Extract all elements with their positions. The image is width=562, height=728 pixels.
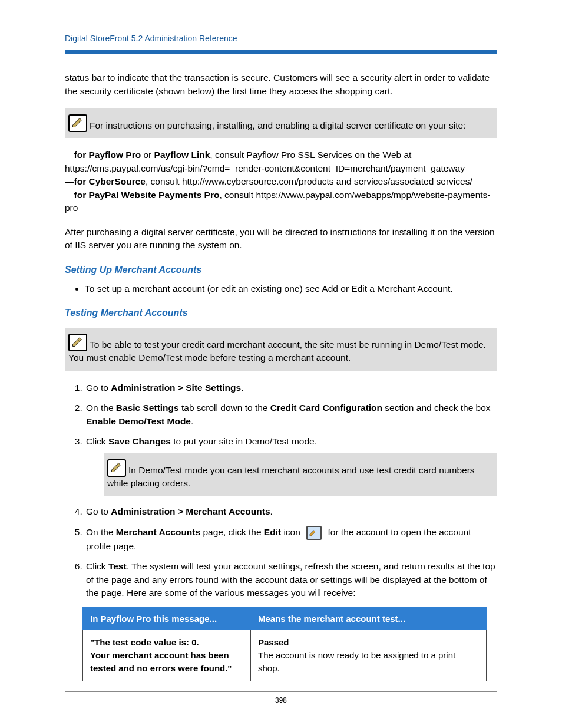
step-4: Go to Administration > Merchant Accounts… bbox=[85, 505, 497, 518]
pencil-icon bbox=[68, 114, 87, 132]
table-row: "The test code value is: 0. Your merchan… bbox=[83, 630, 487, 681]
cert-options: —for Payflow Pro or Payflow Link, consul… bbox=[65, 149, 497, 215]
note-demo-test-orders: In Demo/Test mode you can test merchant … bbox=[104, 453, 497, 496]
page-header: Digital StoreFront 5.2 Administration Re… bbox=[65, 32, 497, 47]
edit-icon bbox=[306, 526, 322, 540]
table-cell-message: "The test code value is: 0. Your merchan… bbox=[83, 630, 251, 681]
setup-bullet-list: To set up a merchant account (or edit an… bbox=[65, 282, 497, 295]
table-header-message: In Payflow Pro this message... bbox=[83, 607, 251, 630]
step-1: Go to Administration > Site Settings. bbox=[85, 381, 497, 394]
step-3: Click Save Changes to put your site in D… bbox=[85, 435, 497, 496]
table-cell-meaning: Passed The account is now ready to be as… bbox=[251, 630, 487, 681]
payflow-pro-label: for Payflow Pro bbox=[74, 150, 141, 160]
setup-bullet-item: To set up a merchant account (or edit an… bbox=[85, 282, 497, 295]
heading-testing-merchant: Testing Merchant Accounts bbox=[65, 306, 497, 319]
document-page: Digital StoreFront 5.2 Administration Re… bbox=[0, 0, 562, 728]
note-demo-mode: To be able to test your credit card merc… bbox=[65, 328, 497, 370]
step-6: Click Test. The system will test your ac… bbox=[85, 560, 497, 599]
after-cert-paragraph: After purchasing a digital server certif… bbox=[65, 226, 497, 252]
paypal-wpp-label: for PayPal Website Payments Pro bbox=[74, 190, 220, 200]
heading-setup-merchant: Setting Up Merchant Accounts bbox=[65, 263, 497, 276]
page-number: 398 bbox=[65, 691, 497, 706]
note-text: For instructions on purchasing, installi… bbox=[90, 120, 465, 130]
testing-steps: Go to Administration > Site Settings. On… bbox=[65, 381, 497, 600]
cybersource-label: for CyberSource bbox=[74, 176, 146, 186]
note-certificate-instructions: For instructions on purchasing, installi… bbox=[65, 108, 497, 138]
payflow-messages-table: In Payflow Pro this message... Means the… bbox=[82, 607, 487, 681]
pencil-icon bbox=[107, 459, 126, 477]
step-2: On the Basic Settings tab scroll down to… bbox=[85, 401, 497, 428]
table-header-meaning: Means the merchant account test... bbox=[251, 607, 487, 630]
note-text: In Demo/Test mode you can test merchant … bbox=[107, 465, 475, 487]
note-text: To be able to test your credit card merc… bbox=[68, 340, 486, 363]
step-5: On the Merchant Accounts page, click the… bbox=[85, 526, 497, 553]
header-rule bbox=[65, 50, 497, 54]
pencil-icon bbox=[68, 334, 87, 351]
intro-paragraph: status bar to indicate that the transact… bbox=[65, 71, 497, 98]
payflow-link-label: Payflow Link bbox=[154, 150, 210, 160]
